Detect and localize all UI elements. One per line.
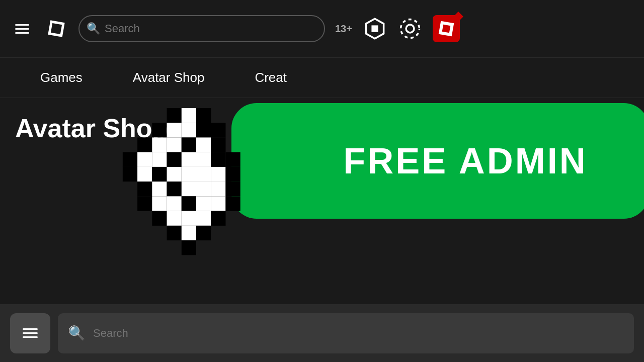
svg-rect-57: [196, 226, 211, 240]
svg-rect-31: [167, 167, 182, 182]
bottom-search-icon: 🔍: [68, 325, 86, 341]
robux-button[interactable]: [362, 16, 387, 41]
svg-rect-55: [167, 226, 182, 240]
search-bar: 🔍: [78, 15, 325, 42]
svg-rect-33: [196, 167, 211, 182]
svg-rect-39: [182, 182, 196, 196]
bottom-menu-line-2: [23, 332, 38, 334]
svg-rect-56: [182, 226, 196, 240]
roblox-logo[interactable]: [44, 17, 68, 41]
svg-rect-40: [196, 182, 211, 196]
svg-rect-28: [123, 167, 137, 182]
svg-rect-15: [152, 137, 167, 152]
svg-rect-32: [182, 167, 196, 182]
bottom-menu-line-3: [23, 336, 38, 338]
main-content: Avatar Shop FREE ADMIN: [0, 98, 644, 304]
svg-rect-58: [182, 240, 196, 255]
robux-icon: [364, 18, 386, 40]
svg-rect-49: [225, 196, 240, 211]
svg-rect-10: [152, 123, 167, 137]
hamburger-line-1: [15, 24, 29, 26]
page-title: Avatar Shop: [15, 113, 629, 143]
banner-text: FREE ADMIN: [343, 140, 587, 182]
svg-rect-22: [152, 152, 167, 167]
svg-rect-30: [152, 167, 167, 182]
svg-rect-52: [182, 211, 196, 226]
profile-avatar-button[interactable]: [433, 15, 460, 42]
svg-rect-51: [167, 211, 182, 226]
settings-button[interactable]: [397, 16, 423, 41]
svg-rect-12: [182, 123, 196, 137]
bottom-bar: 🔍: [0, 304, 644, 362]
svg-rect-17: [182, 137, 196, 152]
svg-rect-21: [137, 152, 152, 167]
svg-rect-3: [371, 25, 378, 32]
svg-rect-41: [211, 182, 225, 196]
svg-rect-16: [167, 137, 182, 152]
svg-rect-54: [211, 211, 225, 226]
svg-rect-19: [211, 137, 225, 152]
bottom-search-input[interactable]: [93, 327, 624, 340]
svg-point-5: [400, 20, 419, 38]
top-navigation: 🔍 13+: [0, 0, 644, 58]
svg-rect-20: [123, 152, 137, 167]
svg-rect-44: [152, 196, 167, 211]
svg-rect-62: [196, 108, 211, 123]
hamburger-line-2: [15, 28, 29, 30]
svg-rect-13: [196, 123, 211, 137]
search-icon: 🔍: [87, 22, 100, 35]
svg-rect-25: [196, 152, 211, 167]
svg-rect-38: [167, 182, 182, 196]
search-input[interactable]: [78, 15, 325, 42]
svg-rect-42: [225, 182, 240, 196]
svg-rect-50: [152, 211, 167, 226]
svg-rect-47: [196, 196, 211, 211]
bottom-search-bar: 🔍: [58, 313, 634, 353]
svg-rect-46: [182, 196, 196, 211]
hamburger-menu-button[interactable]: [10, 19, 34, 39]
svg-rect-26: [211, 152, 225, 167]
bottom-menu-button[interactable]: [10, 313, 50, 353]
svg-rect-34: [211, 167, 225, 182]
svg-rect-36: [137, 182, 152, 196]
avatar-icon: [437, 20, 455, 38]
svg-rect-35: [225, 167, 240, 182]
nav-link-avatar-shop[interactable]: Avatar Shop: [123, 70, 245, 85]
svg-rect-48: [211, 196, 225, 211]
age-badge: 13+: [335, 23, 352, 35]
svg-rect-61: [182, 108, 196, 123]
bottom-menu-line-1: [23, 328, 38, 330]
svg-rect-45: [167, 196, 182, 211]
svg-rect-14: [137, 137, 152, 152]
nav-link-games[interactable]: Games: [30, 70, 123, 85]
settings-icon: [399, 18, 421, 40]
svg-rect-1: [51, 23, 62, 34]
svg-rect-60: [211, 123, 225, 137]
svg-rect-23: [167, 152, 182, 167]
svg-point-4: [406, 25, 414, 33]
pixel-cursor-overlay: [116, 108, 277, 299]
svg-rect-37: [152, 182, 167, 196]
secondary-navigation: Games Avatar Shop Creat: [0, 58, 644, 98]
nav-link-create[interactable]: Creat: [245, 70, 327, 85]
svg-rect-18: [196, 137, 211, 152]
svg-rect-43: [137, 196, 152, 211]
svg-rect-27: [225, 152, 240, 167]
svg-rect-24: [182, 152, 196, 167]
svg-rect-29: [137, 167, 152, 182]
svg-rect-7: [442, 25, 451, 33]
svg-rect-11: [167, 123, 182, 137]
svg-rect-53: [196, 211, 211, 226]
hamburger-line-3: [15, 32, 29, 34]
svg-rect-8: [167, 108, 182, 123]
